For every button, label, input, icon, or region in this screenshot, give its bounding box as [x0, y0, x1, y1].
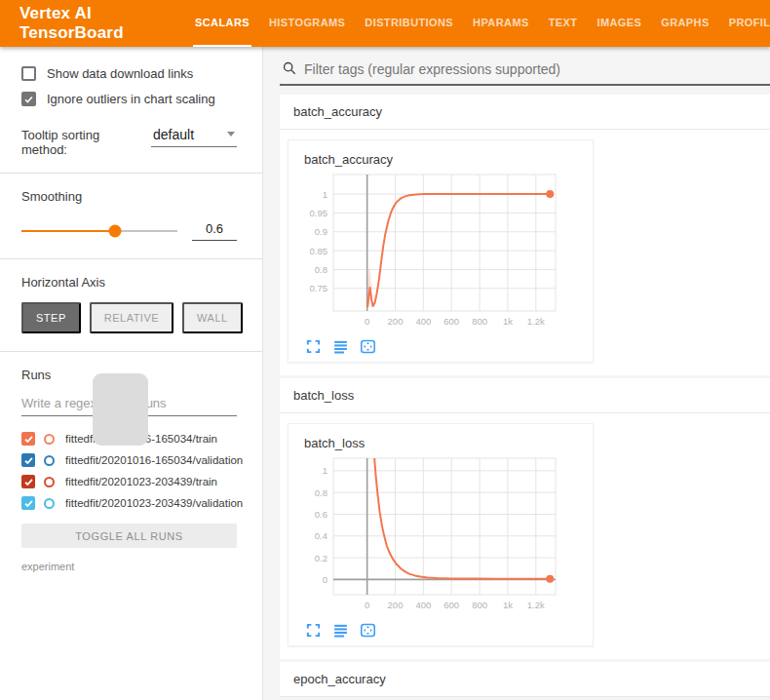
fullscreen-icon[interactable]: [304, 337, 322, 355]
run-checkbox[interactable]: [21, 475, 35, 488]
run-color-ring[interactable]: [44, 434, 55, 445]
chevron-down-icon: [227, 132, 235, 136]
tab-histograms[interactable]: HISTOGRAMS: [267, 0, 347, 47]
chart-actions: [304, 621, 587, 639]
svg-text:0.2: 0.2: [315, 553, 327, 564]
tag-group-batch-accuracy: batch_accuracy batch_accuracy 0.750.80.8…: [280, 95, 770, 375]
checkmark-icon: [23, 455, 34, 466]
checkmark-icon: [23, 94, 34, 105]
run-name: fittedfit/20201016-165034/validation: [65, 454, 243, 466]
run-color-ring[interactable]: [44, 455, 55, 466]
svg-text:0: 0: [365, 316, 369, 327]
tooltip-sorting-label: Tooltip sorting method:: [21, 128, 143, 157]
batch-accuracy-chart[interactable]: 0.750.80.850.90.95102004006008001k1.2k: [294, 170, 587, 332]
batch-loss-card: batch_loss 00.20.40.60.8102004006008001k…: [288, 423, 594, 646]
run-name: fittedfit/20201023-203439/train: [65, 476, 217, 487]
svg-text:0: 0: [365, 600, 369, 610]
wall-axis-button[interactable]: WALL: [182, 302, 243, 333]
smoothing-value-input[interactable]: 0.6: [192, 221, 237, 241]
run-row[interactable]: fittedfit/20201023-203439/validation: [21, 492, 237, 514]
tab-images[interactable]: IMAGES: [595, 0, 643, 47]
smoothing-slider-thumb[interactable]: [109, 225, 122, 238]
svg-text:1.2k: 1.2k: [527, 600, 545, 610]
step-axis-button[interactable]: STEP: [21, 302, 81, 333]
tag-group-header[interactable]: epoch_accuracy: [280, 662, 770, 697]
settings-sidebar: Show data download links Ignore outliers…: [0, 47, 263, 700]
tab-bar: SCALARS HISTOGRAMS DISTRIBUTIONS HPARAMS…: [193, 0, 770, 47]
svg-text:0.85: 0.85: [310, 246, 328, 256]
batch-loss-chart[interactable]: 00.20.40.60.8102004006008001k1.2k: [294, 453, 587, 616]
tag-group-header[interactable]: batch_accuracy: [280, 95, 770, 130]
fit-domain-icon[interactable]: [359, 621, 376, 639]
svg-text:0.6: 0.6: [315, 509, 327, 520]
show-download-links-option[interactable]: Show data download links: [21, 66, 237, 81]
svg-text:400: 400: [415, 600, 431, 610]
chart-actions: [304, 337, 587, 355]
fit-domain-icon[interactable]: [359, 337, 376, 355]
run-checkbox[interactable]: [21, 432, 35, 446]
tab-profile[interactable]: PROFILE: [727, 0, 770, 47]
svg-text:600: 600: [443, 600, 459, 610]
tag-group-batch-loss: batch_loss batch_loss 00.20.40.60.810200…: [280, 378, 770, 659]
tag-filter-bar: [280, 54, 770, 86]
checkmark-icon: [23, 434, 34, 445]
ignore-outliers-option[interactable]: Ignore outliers in chart scaling: [21, 92, 237, 106]
run-color-ring[interactable]: [44, 477, 55, 487]
tab-distributions[interactable]: DISTRIBUTIONS: [363, 0, 455, 47]
svg-text:1.2k: 1.2k: [527, 316, 545, 327]
tab-text[interactable]: TEXT: [547, 0, 580, 47]
toggle-expand-lines-icon[interactable]: [331, 337, 349, 355]
svg-text:800: 800: [472, 316, 487, 327]
svg-text:0.95: 0.95: [310, 208, 328, 218]
tab-hparams[interactable]: HPARAMS: [471, 0, 531, 47]
run-row[interactable]: fittedfit/20201023-203439/train: [21, 471, 237, 492]
fullscreen-icon[interactable]: [304, 621, 322, 639]
svg-text:1k: 1k: [503, 316, 513, 327]
svg-text:1: 1: [323, 465, 327, 476]
run-color-ring[interactable]: [44, 498, 55, 509]
svg-text:1: 1: [323, 189, 327, 200]
scalars-dashboard: batch_accuracy batch_accuracy 0.750.80.8…: [263, 47, 770, 700]
run-checkbox[interactable]: [21, 496, 35, 510]
tag-filter-input[interactable]: [304, 61, 770, 77]
svg-text:0.8: 0.8: [315, 487, 327, 498]
svg-text:0.4: 0.4: [315, 530, 327, 541]
app-title: Vertex AI TensorBoard: [0, 0, 193, 47]
svg-text:1k: 1k: [503, 600, 513, 610]
tooltip-sorting-select[interactable]: default: [151, 127, 237, 147]
svg-text:0.8: 0.8: [315, 264, 327, 275]
svg-text:400: 400: [415, 316, 431, 327]
batch-accuracy-card: batch_accuracy 0.750.80.850.90.951020040…: [288, 139, 594, 363]
ignore-outliers-checkbox[interactable]: [21, 92, 36, 106]
ignore-outliers-label: Ignore outliers in chart scaling: [47, 92, 215, 106]
tab-graphs[interactable]: GRAPHS: [659, 0, 711, 47]
svg-text:200: 200: [388, 600, 404, 610]
relative-axis-button[interactable]: RELATIVE: [90, 302, 173, 333]
toggle-all-runs-button[interactable]: TOGGLE ALL RUNS: [21, 524, 237, 548]
run-name: fittedfit/20201023-203439/validation: [65, 497, 243, 509]
svg-text:800: 800: [472, 600, 487, 610]
app-header: Vertex AI TensorBoard SCALARS HISTOGRAMS…: [0, 0, 770, 47]
search-icon: [282, 60, 297, 76]
tab-scalars[interactable]: SCALARS: [193, 0, 251, 47]
run-row[interactable]: fittedfit/20201016-165034/validation: [21, 449, 237, 471]
checkmark-icon: [23, 498, 34, 509]
chart-title: batch_accuracy: [304, 152, 587, 167]
run-checkbox[interactable]: [21, 453, 35, 467]
tooltip-sorting-value: default: [153, 127, 194, 142]
experiment-label: experiment: [21, 561, 237, 572]
tag-group-header[interactable]: batch_loss: [280, 378, 770, 413]
svg-text:200: 200: [388, 316, 404, 327]
smoothing-slider-fill: [21, 230, 115, 232]
show-download-links-label: Show data download links: [47, 66, 193, 81]
chart-title: batch_loss: [304, 436, 587, 450]
show-download-links-checkbox[interactable]: [21, 66, 36, 81]
svg-text:0.9: 0.9: [315, 226, 327, 237]
svg-text:600: 600: [443, 316, 459, 327]
toggle-expand-lines-icon[interactable]: [331, 621, 349, 639]
svg-text:0.75: 0.75: [310, 283, 328, 293]
tag-group-epoch-accuracy: epoch_accuracy: [280, 662, 770, 697]
redaction-overlay: [93, 373, 148, 446]
svg-text:0: 0: [323, 574, 327, 585]
smoothing-slider[interactable]: [21, 230, 177, 232]
